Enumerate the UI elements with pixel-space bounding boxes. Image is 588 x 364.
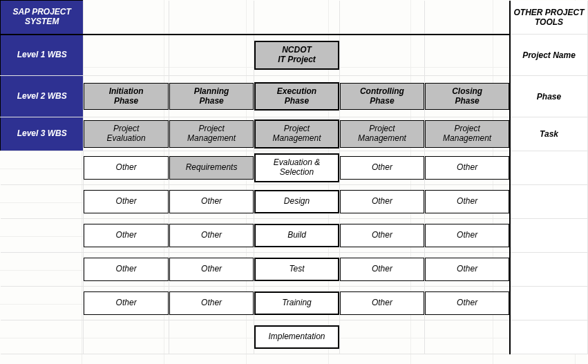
task-cell: Other [425,291,509,315]
task-cell: Project Management [254,119,339,149]
level2-label: Level 2 WBS [17,91,67,101]
task-cell: Requirements [169,156,254,180]
level3-right: Task [540,129,558,139]
task-cell: Design [254,190,339,213]
task-cell: Evaluation & Selection [254,153,339,182]
task-cell: Other [169,291,254,315]
task-cell: Other [340,258,424,281]
task-cell: Project Evaluation [84,120,168,148]
task-cell: Other [84,190,168,213]
phase-planning: Planning Phase [169,83,254,111]
level2-row: Level 2 WBS Initiation Phase Planning Ph… [1,76,588,117]
task-cell: Other [340,291,424,315]
level3-row-1: Level 3 WBS Project Evaluation Project M… [1,117,588,151]
task-cell: Project Management [169,120,254,148]
task-cell: Project Management [340,120,424,148]
task-cell: Other [425,190,509,213]
level3-row-4: Other Other Build Other Other [1,219,588,253]
task-cell: Other [169,258,254,281]
phase-controlling: Controlling Phase [340,83,424,111]
level3-label: Level 3 WBS [17,128,67,138]
wbs-grid: SAP PROJECT SYSTEM OTHER PROJECT TOOLS L… [0,0,588,354]
phase-closing: Closing Phase [425,83,509,111]
header-left: SAP PROJECT SYSTEM [13,7,71,26]
task-cell: Build [254,224,339,247]
project-title: NCDOT IT Project [278,46,316,65]
level1-row: Level 1 WBS NCDOT IT Project Project Nam… [1,35,588,76]
task-cell: Other [169,190,254,213]
task-cell: Other [84,258,168,281]
header-row: SAP PROJECT SYSTEM OTHER PROJECT TOOLS [1,1,588,35]
level3-row-7: Implementation [1,320,588,354]
task-cell: Other [425,258,509,281]
task-cell: Implementation [254,325,339,349]
level2-right: Phase [537,92,561,102]
project-title-box: NCDOT IT Project [254,41,339,70]
task-cell: Other [425,224,509,247]
level1-right: Project Name [522,50,576,60]
task-cell: Other [84,156,168,180]
level3-row-5: Other Other Test Other Other [1,253,588,287]
task-cell: Other [84,224,168,247]
task-cell: Other [84,291,168,315]
task-cell: Test [254,258,339,281]
task-cell: Training [254,291,339,315]
task-cell: Other [169,224,254,247]
level3-row-2: Other Requirements Evaluation & Selectio… [1,151,588,185]
header-right: OTHER PROJECT TOOLS [514,8,585,27]
task-cell: Other [340,224,424,247]
task-cell: Other [425,156,509,180]
phase-execution: Execution Phase [254,82,339,111]
level3-row-6: Other Other Training Other Other [1,287,588,320]
level3-row-3: Other Other Design Other Other [1,185,588,219]
task-cell: Other [340,190,424,213]
level1-label: Level 1 WBS [17,50,67,59]
task-cell: Other [340,156,424,180]
phase-initiation: Initiation Phase [84,83,168,111]
task-cell: Project Management [425,120,509,148]
